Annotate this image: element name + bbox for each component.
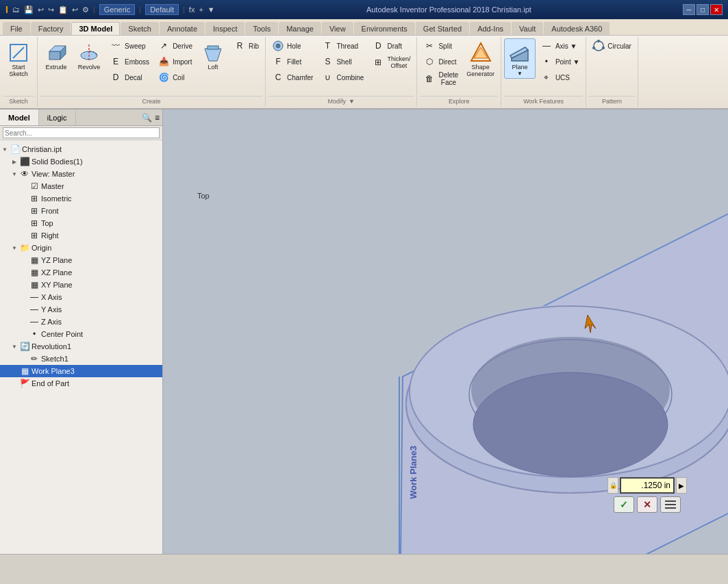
input-arrow-btn[interactable]: ▶ — [676, 477, 687, 494]
settings-icon[interactable]: ⚙ — [82, 5, 89, 14]
tab-getstarted[interactable]: Get Started — [416, 22, 469, 35]
tree-item-christian-ipt[interactable]: ▼📄Christian.ipt — [0, 143, 162, 155]
tree-item-xy-plane[interactable]: ▦XY Plane — [0, 279, 162, 291]
redo-btn[interactable]: ↪ — [48, 5, 54, 14]
tree-toggle-revolution1[interactable]: ▼ — [10, 344, 19, 350]
dimension-input[interactable] — [620, 477, 675, 494]
fx-btn[interactable]: fx — [189, 5, 195, 14]
shell-button[interactable]: S Shell — [318, 54, 367, 69]
tree-item-xz-plane[interactable]: ▦XZ Plane — [0, 266, 162, 279]
tab-ilogic[interactable]: iLogic — [39, 110, 76, 125]
chamfer-button[interactable]: C Chamfer — [268, 70, 316, 85]
save-btn[interactable]: 💾 — [24, 5, 34, 14]
tree-item-yz-plane[interactable]: ▦YZ Plane — [0, 254, 162, 266]
plane-button[interactable]: Plane ▼ — [504, 38, 536, 79]
loft-button[interactable]: Loft — [197, 38, 229, 73]
tree-item-solid-bodies[interactable]: ▶⬛Solid Bodies(1) — [0, 155, 162, 168]
tree-search-input[interactable] — [3, 127, 160, 138]
axis-button[interactable]: — Axis ▼ — [537, 38, 583, 53]
plane-dropdown[interactable]: ▼ — [517, 71, 523, 77]
delete-face-button[interactable]: 🗑 DeleteFace — [420, 70, 462, 88]
more-icon[interactable]: ≡ — [155, 113, 160, 123]
tab-addins[interactable]: Add-Ins — [470, 22, 511, 35]
tab-inspect[interactable]: Inspect — [205, 22, 244, 35]
tab-annotate[interactable]: Annotate — [160, 22, 205, 35]
hole-icon — [272, 40, 284, 52]
tree-item-sketch1[interactable]: ✏Sketch1 — [0, 353, 162, 365]
import-button[interactable]: 📥 Import — [154, 54, 196, 69]
thread-button[interactable]: T Thread — [318, 38, 367, 53]
tree-label-end-of-part: End of Part — [32, 379, 69, 388]
workspace-dropdown[interactable]: Default — [145, 4, 179, 15]
modify-dropdown[interactable]: ▼ — [349, 98, 355, 105]
tab-environments[interactable]: Environments — [354, 22, 415, 35]
maximize-btn[interactable]: □ — [696, 4, 709, 15]
undo-btn[interactable]: ↩ — [38, 5, 44, 14]
shape-generator-button[interactable]: ShapeGenerator — [463, 38, 498, 79]
tree-toggle-view-master[interactable]: ▼ — [10, 171, 19, 177]
emboss-button[interactable]: E Emboss — [106, 54, 153, 69]
tree-item-revolution1[interactable]: ▼🔄Revolution1 — [0, 340, 162, 353]
tree-item-right[interactable]: ⊞Right — [0, 229, 162, 242]
start-sketch-button[interactable]: StartSketch — [3, 38, 34, 79]
tree-item-isometric[interactable]: ⊞Isometric — [0, 192, 162, 205]
circular-button[interactable]: Circular — [589, 38, 634, 53]
revolve-button[interactable]: Revolve — [73, 38, 105, 73]
tab-model[interactable]: Model — [0, 110, 39, 125]
confirm-ok-button[interactable]: ✓ — [614, 496, 634, 513]
coil-button[interactable]: 🌀 Coil — [154, 70, 196, 85]
tree-item-origin[interactable]: ▼📁Origin — [0, 242, 162, 254]
tab-manage[interactable]: Manage — [279, 22, 321, 35]
direct-button[interactable]: ⬡ Direct — [420, 54, 462, 69]
tree-toggle-solid-bodies[interactable]: ▶ — [10, 159, 19, 165]
point-button[interactable]: • Point ▼ — [537, 54, 583, 69]
thicken-button[interactable]: ⊞ Thicken/Offset — [368, 54, 414, 71]
tree-item-z-axis[interactable]: —Z Axis — [0, 316, 162, 328]
tree-item-view-master[interactable]: ▼👁View: Master — [0, 168, 162, 180]
close-btn[interactable]: ✕ — [710, 4, 723, 15]
tree-item-work-plane3[interactable]: ▦Work Plane3 — [0, 365, 162, 377]
combine-button[interactable]: ∪ Combine — [318, 70, 367, 85]
search-icon[interactable]: 🔍 — [142, 113, 152, 123]
extrude-button[interactable]: Extrude — [40, 38, 72, 73]
tab-file[interactable]: File — [3, 22, 30, 35]
derive-button[interactable]: ↗ Derive — [154, 38, 196, 53]
sweep-button[interactable]: 〰 Sweep — [106, 38, 153, 53]
tree-item-x-axis[interactable]: —X Axis — [0, 291, 162, 303]
tab-factory[interactable]: Factory — [31, 22, 71, 35]
tree-item-front[interactable]: ⊞Front — [0, 205, 162, 217]
tree-item-end-of-part[interactable]: 🚩End of Part — [0, 377, 162, 390]
viewport[interactable]: Top Work Plane3 🔒 ▶ ✓ ✕ — [163, 110, 728, 554]
tab-sketch[interactable]: Sketch — [121, 22, 159, 35]
ucs-button[interactable]: ⌖ UCS — [537, 70, 583, 85]
draft-button[interactable]: D Draft — [368, 38, 414, 53]
add-btn[interactable]: + — [199, 5, 203, 14]
minimize-btn[interactable]: ─ — [683, 4, 695, 15]
quick-access-btn[interactable]: 🗂 — [12, 5, 20, 14]
confirm-cancel-button[interactable]: ✕ — [637, 496, 657, 513]
decal-button[interactable]: D Decal — [106, 70, 153, 85]
confirm-menu-button[interactable] — [660, 496, 681, 513]
tab-3dmodel[interactable]: 3D Model — [71, 22, 120, 35]
tree-item-center-point[interactable]: •Center Point — [0, 328, 162, 340]
tab-autodesk360[interactable]: Autodesk A360 — [544, 22, 610, 35]
tree-item-y-axis[interactable]: —Y Axis — [0, 303, 162, 316]
window-controls[interactable]: ─ □ ✕ — [683, 4, 723, 15]
return-btn[interactable]: ↩ — [72, 5, 78, 14]
tab-vault[interactable]: Vault — [512, 22, 543, 35]
ribbon-group-modify: Hole F Fillet C Chamfer T Thread S — [266, 37, 417, 107]
dropdown-btn[interactable]: ▼ — [208, 5, 215, 14]
tree-item-master[interactable]: ☑Master — [0, 180, 162, 192]
tab-view[interactable]: View — [322, 22, 353, 35]
split-button[interactable]: ✂ Split — [420, 38, 462, 53]
tree-toggle-christian-ipt[interactable]: ▼ — [0, 147, 10, 153]
new-btn[interactable]: 📋 — [58, 5, 68, 14]
lock-btn[interactable]: 🔒 — [607, 477, 618, 494]
rib-button[interactable]: R Rib — [230, 38, 262, 53]
tab-tools[interactable]: Tools — [245, 22, 278, 35]
profile-dropdown[interactable]: Generic — [99, 4, 136, 15]
tree-item-top[interactable]: ⊞Top — [0, 217, 162, 229]
fillet-button[interactable]: F Fillet — [268, 54, 316, 69]
hole-button[interactable]: Hole — [268, 38, 316, 53]
tree-toggle-origin[interactable]: ▼ — [10, 245, 19, 251]
